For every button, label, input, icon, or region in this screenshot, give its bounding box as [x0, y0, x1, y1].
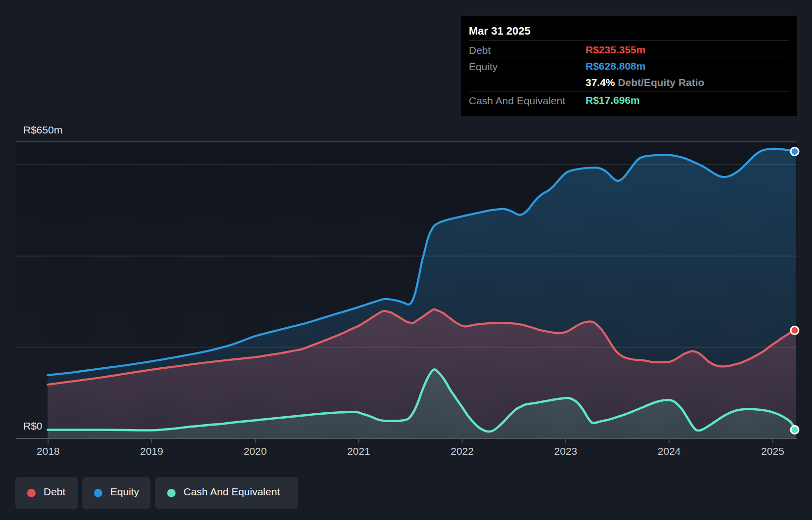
- svg-text:2024: 2024: [658, 445, 681, 457]
- svg-text:2020: 2020: [244, 445, 267, 457]
- svg-text:2022: 2022: [451, 445, 474, 457]
- svg-text:2021: 2021: [347, 445, 370, 457]
- svg-text:2025: 2025: [761, 445, 784, 457]
- svg-text:2023: 2023: [554, 445, 578, 457]
- svg-text:2018: 2018: [37, 445, 60, 457]
- svg-text:R$0: R$0: [23, 420, 43, 432]
- svg-text:2019: 2019: [140, 445, 163, 457]
- svg-text:R$650m: R$650m: [23, 124, 62, 135]
